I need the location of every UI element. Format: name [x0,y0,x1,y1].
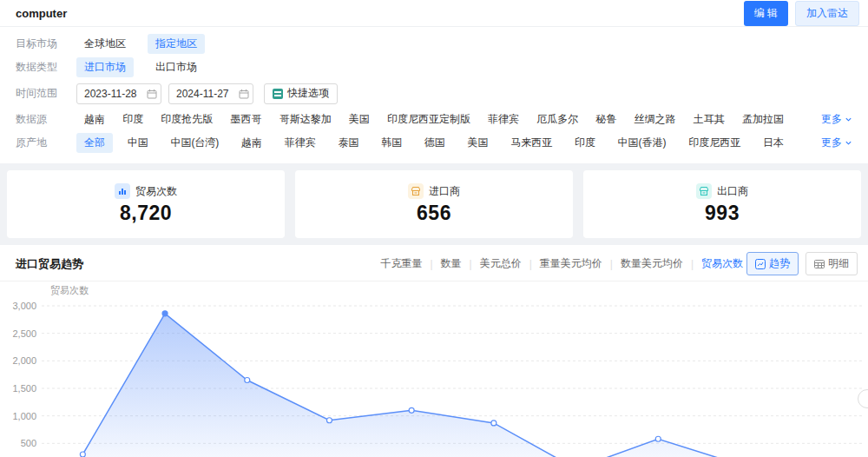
filter-option[interactable]: 全部 [76,133,113,153]
filter-option[interactable]: 菲律宾 [277,133,324,153]
filter-option[interactable]: 全球地区 [76,34,134,54]
filter-option[interactable]: 中国(台湾) [162,133,227,153]
stat-card-value: 8,720 [120,202,172,225]
filter-option[interactable]: 美国 [460,133,496,153]
metric-toggle[interactable]: 贸易次数 [701,256,743,271]
stat-card-value: 656 [417,202,451,225]
filter-option[interactable]: 印度 [567,133,603,153]
trend-chart: 贸易次数05001,0001,5002,0002,5003,0002023-11… [0,281,868,457]
filter-panel: 目标市场全球地区指定地区数据类型进口市场出口市场 时间范围 2023-11-28… [0,27,868,163]
filter-option[interactable]: 美国 [341,109,378,129]
filter-option[interactable]: 泰国 [330,133,366,153]
filter-options: 越南印度印度抢先版墨西哥哥斯达黎加美国印度尼西亚定制版菲律宾厄瓜多尔秘鲁丝绸之路… [76,109,792,129]
filter-option[interactable]: 越南 [76,109,113,129]
y-tick-label: 500 [21,438,36,448]
filter-option[interactable]: 日本 [755,133,792,153]
metric-toggle[interactable]: 重量美元均价 [540,256,602,271]
area-fill [82,314,822,457]
filter-option[interactable]: 中国(香港) [610,133,674,153]
filter-option[interactable]: 韩国 [373,133,410,153]
filter-option[interactable]: 印度尼西亚定制版 [379,109,478,129]
data-point[interactable] [491,421,496,426]
metric-toggle[interactable]: 数量美元均价 [621,256,683,271]
data-point[interactable] [245,378,250,383]
more-link[interactable]: 更多 [821,136,852,150]
filter-row-label: 目标市场 [16,36,76,51]
filter-option[interactable]: 厄瓜多尔 [529,109,586,129]
metric-separator: | [430,258,432,270]
metric-toggles: 千克重量|数量|美元总价|重量美元均价|数量美元均价|贸易次数 [380,256,743,271]
filter-row-target-market: 目标市场全球地区指定地区 [16,32,852,56]
time-range-row: 时间范围 2023-11-28 2024-11-27 快捷选项 [16,82,852,105]
filter-row-label: 数据源 [16,112,76,127]
end-date-value: 2024-11-27 [176,88,229,100]
filter-row-label: 原产地 [16,136,76,150]
metric-toggle[interactable]: 数量 [441,256,462,271]
trend-line-chart[interactable]: 贸易次数05001,0001,5002,0002,5003,0002023-11… [0,281,868,457]
filter-option[interactable]: 哥斯达黎加 [272,109,339,129]
filter-option[interactable]: 印度抢先版 [153,109,220,129]
page-title: computer [16,7,67,20]
table-grid-icon [814,259,825,269]
quick-options-button[interactable]: 快捷选项 [264,83,338,104]
start-date-value: 2023-11-28 [84,88,137,100]
stat-card: 进口商656 [295,170,573,238]
chart-header: 进口贸易趋势 千克重量|数量|美元总价|重量美元均价|数量美元均价|贸易次数 趋… [0,245,868,281]
filter-option[interactable]: 指定地区 [148,34,205,54]
chevron-down-icon [845,116,852,123]
filter-option[interactable]: 墨西哥 [222,109,269,129]
quick-options-label: 快捷选项 [287,86,329,101]
y-tick-label: 2,000 [12,355,36,366]
filter-option[interactable]: 印度 [115,109,151,129]
y-tick-label: 1,000 [12,411,36,421]
data-point[interactable] [655,436,661,441]
filter-row-data-source: 数据源越南印度印度抢先版墨西哥哥斯达黎加美国印度尼西亚定制版菲律宾厄瓜多尔秘鲁丝… [16,108,852,131]
stat-card-header: 出口商 [696,183,748,199]
start-date-input[interactable]: 2023-11-28 [76,83,161,104]
filter-row-label: 数据类型 [16,60,76,75]
calendar-icon [147,89,157,99]
more-link[interactable]: 更多 [821,112,852,127]
topbar-actions: 编 辑 加入雷达 [744,1,859,26]
detail-view-label: 明细 [828,256,849,271]
stat-card-label: 贸易次数 [135,184,177,199]
filter-option[interactable]: 德国 [417,133,453,153]
top-bar: computer 编 辑 加入雷达 [0,0,868,27]
data-point[interactable] [409,407,414,413]
filter-option[interactable]: 菲律宾 [480,109,527,129]
filter-option[interactable]: 越南 [233,133,270,153]
importer-shop-icon [408,183,424,199]
data-point[interactable] [326,418,332,423]
stat-card: 贸易次数8,720 [7,170,285,238]
calendar-icon [239,89,249,99]
filter-option[interactable]: 印度尼西亚 [681,133,748,153]
y-tick-label: 1,500 [12,383,36,394]
end-date-input[interactable]: 2024-11-27 [168,83,253,104]
filter-option[interactable]: 马来西亚 [503,133,560,153]
data-point[interactable] [80,452,85,457]
filter-option[interactable]: 土耳其 [686,109,733,129]
filter-options: 全部中国中国(台湾)越南菲律宾泰国韩国德国美国马来西亚印度中国(香港)印度尼西亚… [76,133,792,153]
chart-panel: 进口贸易趋势 千克重量|数量|美元总价|重量美元均价|数量美元均价|贸易次数 趋… [0,245,868,457]
stat-card: 出口商993 [583,170,861,238]
time-range-label: 时间范围 [16,86,76,101]
metric-toggle[interactable]: 千克重量 [380,256,422,271]
trend-chart-icon [755,259,766,269]
filter-row-data-type: 数据类型进口市场出口市场 [16,56,852,79]
filter-option[interactable]: 进口市场 [76,57,134,77]
y-tick-label: 3,000 [12,301,36,311]
metric-separator: | [610,258,613,270]
filter-option[interactable]: 秘鲁 [588,109,624,129]
chevron-down-icon [845,139,852,147]
join-radar-button[interactable]: 加入雷达 [795,1,859,26]
trend-view-button[interactable]: 趋势 [746,252,799,275]
data-point[interactable] [162,311,168,316]
filter-option[interactable]: 丝绸之路 [627,109,684,129]
y-tick-label: 2,500 [12,328,36,339]
metric-toggle[interactable]: 美元总价 [480,256,522,271]
detail-view-button[interactable]: 明细 [806,252,858,275]
filter-option[interactable]: 出口市场 [148,57,205,77]
filter-option[interactable]: 中国 [120,133,156,153]
filter-option[interactable]: 孟加拉国 [734,109,792,129]
edit-button[interactable]: 编 辑 [744,1,788,26]
